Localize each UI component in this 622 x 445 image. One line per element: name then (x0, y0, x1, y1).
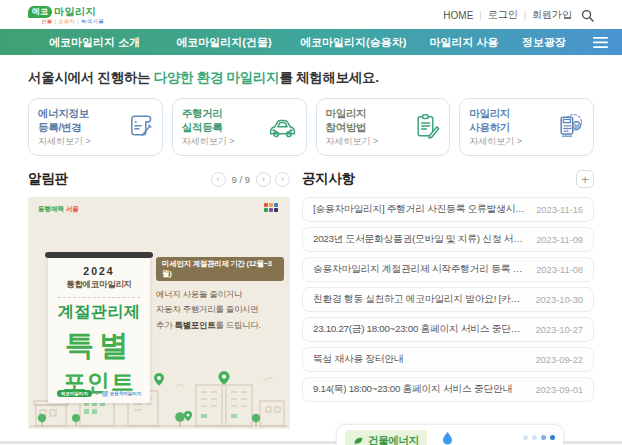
quick-link-cards: 에너지정보등록/변경 자세히보기 > 주행거리실적등록 자세히보기 > (28, 98, 594, 156)
logo-text: 마일리지 (54, 7, 96, 17)
card-detail-link[interactable]: 자세히보기 > (469, 135, 522, 148)
notice-item[interactable]: 2023년 도서문화상품권(모바일 및 지류) 신청 서비스 종료 안내 202… (302, 227, 594, 252)
pager-play-button[interactable]: › (275, 172, 290, 187)
leaf-icon (353, 432, 364, 445)
card-use-mileage[interactable]: 마일리지사용하기 자세히보기 > M (459, 98, 594, 156)
utility-links: HOME | 로그인 | 회원가입 (443, 8, 594, 22)
seoul-emblem-icon (264, 203, 280, 212)
notice-item-title: 9.14(목) 18:00~23:00 홈페이지 서비스 중단안내 (313, 383, 525, 396)
eco-mileage-homepage: 에코 마일리지 건물 | 승용차 | 녹색서울 HOME | 로그인 | 회원가… (0, 0, 622, 445)
nav-item-car[interactable]: 에코마일리지(승용차) (289, 35, 418, 50)
notice-list: [승용차마일리지] 주행거리 사진등록 오류발생시 처리방법 2023-11-1… (302, 197, 594, 402)
calculator-icon: M (554, 111, 586, 145)
card-participation[interactable]: 마일리지참여방법 자세히보기 > (316, 98, 451, 156)
calendar-binding (45, 252, 153, 258)
banner-period-badge: 미세먼지 계절관리제 기간 (12월~3월) (156, 257, 284, 281)
notice-item[interactable]: 뚝섬 재사용 장터안내 2023-09-22 (302, 347, 594, 372)
pager-next-button[interactable]: › (256, 172, 271, 187)
link-separator: | (473, 10, 487, 20)
notice-item-title: 뚝섬 재사용 장터안내 (313, 353, 525, 366)
clipboard-pen-icon (412, 111, 442, 145)
card-energy-register[interactable]: 에너지정보등록/변경 자세히보기 > (28, 98, 163, 156)
carousel-dot[interactable] (523, 435, 528, 440)
site-logo[interactable]: 에코 마일리지 건물 | 승용차 | 녹색서울 (28, 6, 104, 25)
calendar-divider (58, 297, 140, 298)
main-nav: 에코마일리지 소개 에코마일리지(건물) 에코마일리지(승용차) 마일리지 사용… (0, 29, 622, 55)
notice-item-date: 2023-09-01 (535, 385, 583, 395)
notice-column: 공지사항 + [승용차마일리지] 주행거리 사진등록 오류발생시 처리방법 20… (302, 169, 594, 429)
notice-item[interactable]: 승용차마일리지 계절관리제 시작주행거리 등록 안내(11.13.~11.30.… (302, 257, 594, 282)
board-pager: ‹ 9 / 9 › › (211, 172, 291, 187)
bottom-quick-strip: 건물에너지 (336, 424, 564, 445)
carousel-dot[interactable] (532, 435, 537, 440)
notice-more-button[interactable]: + (576, 170, 594, 188)
top-header: 에코 마일리지 건물 | 승용차 | 녹색서울 HOME | 로그인 | 회원가… (0, 0, 622, 27)
document-pen-icon (125, 111, 155, 145)
banner-season-title: 계절관리제 (48, 302, 150, 323)
seoul-slogan: 동행매력 서울 (38, 205, 79, 213)
svg-text:M: M (574, 123, 579, 129)
car-icon (266, 113, 299, 145)
hamburger-icon[interactable] (578, 37, 608, 48)
notice-item-date: 2023-09-22 (535, 355, 583, 365)
login-link[interactable]: 로그인 (488, 8, 518, 22)
building-energy-label: 건물에너지 (368, 434, 419, 445)
hero-heading: 서울시에서 진행하는 다양한 환경 마일리지를 체험해보세요. (28, 69, 594, 87)
logo-subtitle: 건물 | 승용차 | 녹색서울 (41, 19, 104, 25)
pager-prev-button[interactable]: ‹ (211, 172, 226, 187)
pager-count: 9 / 9 (230, 174, 253, 185)
nav-item-info[interactable]: 정보광장 (510, 35, 578, 50)
notice-item-title: 친환경 행동 실천하고 에코마일리지 받아요! [카드뉴스] (313, 293, 525, 306)
banner-big-word-1: 특별 (48, 326, 150, 366)
banner-description: 미세먼지 계절관리제 기간 (12월~3월) 에너지 사용을 줄이거나 자동차 … (156, 257, 284, 333)
notice-item-title: 2023년 도서문화상품권(모바일 및 지류) 신청 서비스 종료 안내 (313, 233, 526, 246)
notice-item-date: 2023-10-30 (535, 295, 583, 305)
notice-item-title: 승용차마일리지 계절관리제 시작주행거리 등록 안내(11.13.~11.30.… (313, 263, 526, 276)
banner-program: 통합에코마일리지 (48, 279, 150, 291)
notice-title-heading: 공지사항 (302, 170, 355, 188)
link-separator: | (518, 10, 532, 20)
search-icon[interactable] (581, 9, 594, 22)
home-link[interactable]: HOME (443, 10, 473, 21)
notice-item[interactable]: 23.10.27(금) 18:00~23:00 홈페이지 서비스 중단안내 20… (302, 317, 594, 342)
notice-item-date: 2023-11-16 (536, 205, 583, 215)
notice-item-title: 23.10.27(금) 18:00~23:00 홈페이지 서비스 중단안내 (313, 323, 525, 336)
notice-item-title: [승용차마일리지] 주행거리 사진등록 오류발생시 처리방법 (313, 203, 526, 216)
notice-item[interactable]: [승용차마일리지] 주행거리 사진등록 오류발생시 처리방법 2023-11-1… (302, 197, 594, 222)
card-detail-link[interactable]: 자세히보기 > (326, 135, 379, 148)
card-mileage-record[interactable]: 주행거리실적등록 자세히보기 > (172, 98, 307, 156)
card-detail-link[interactable]: 자세히보기 > (38, 135, 91, 148)
content-columns: 알림판 ‹ 9 / 9 › › 동행매력 서울 (28, 169, 594, 429)
logo-leaf-icon: 에코 (28, 6, 52, 18)
banner-year: 2024 (48, 265, 150, 277)
nav-item-building[interactable]: 에코마일리지(건물) (159, 35, 288, 50)
building-energy-chip[interactable]: 건물에너지 (345, 430, 427, 445)
card-detail-link[interactable]: 자세히보기 > (182, 135, 235, 148)
banner-calendar-card: 2024 통합에코마일리지 계절관리제 특별 포인트 에코마일리지 + 승용차마… (48, 255, 150, 403)
carousel-dot[interactable] (550, 435, 555, 440)
eco-mileage-mini-logo: 에코마일리지 (57, 390, 92, 397)
notice-item-date: 2023-10-27 (535, 325, 583, 335)
board-column: 알림판 ‹ 9 / 9 › › 동행매력 서울 (28, 169, 290, 429)
notice-item-date: 2023-11-09 (536, 235, 583, 245)
notice-item[interactable]: 친환경 행동 실천하고 에코마일리지 받아요! [카드뉴스] 2023-10-3… (302, 287, 594, 312)
notice-item-date: 2023-11-08 (536, 265, 583, 275)
water-drop-icon[interactable] (441, 431, 454, 445)
carousel-dots (523, 435, 555, 440)
nav-item-intro[interactable]: 에코마일리지 소개 (30, 35, 159, 50)
notice-item[interactable]: 9.14(목) 18:00~23:00 홈페이지 서비스 중단안내 2023-0… (302, 377, 594, 402)
hero-highlight: 다양한 환경 마일리지 (154, 70, 280, 85)
nav-item-use[interactable]: 마일리지 사용 (418, 35, 510, 50)
signup-link[interactable]: 회원가입 (532, 8, 572, 22)
banner-partner-logos: 에코마일리지 + 승용차마일리지 (48, 390, 150, 397)
board-title: 알림판 (28, 170, 68, 188)
board-banner-slide[interactable]: 동행매력 서울 (28, 197, 290, 429)
car-mileage-mini-logo: 승용차마일리지 (102, 391, 142, 397)
carousel-dot[interactable] (541, 435, 546, 440)
